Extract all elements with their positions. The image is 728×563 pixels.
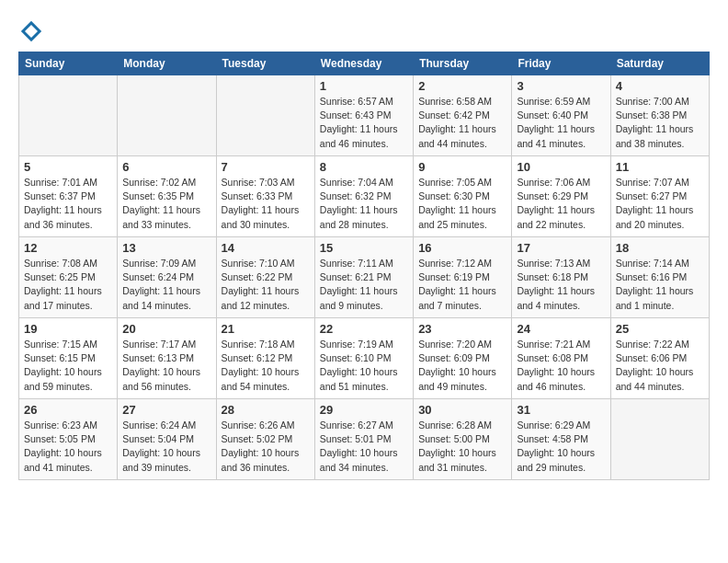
- week-row-2: 5Sunrise: 7:01 AM Sunset: 6:37 PM Daylig…: [19, 156, 710, 237]
- day-number: 30: [418, 403, 506, 417]
- calendar-cell: 25Sunrise: 7:22 AM Sunset: 6:06 PM Dayli…: [610, 318, 709, 399]
- day-number: 4: [616, 79, 704, 93]
- day-info: Sunrise: 6:27 AM Sunset: 5:01 PM Dayligh…: [320, 419, 408, 475]
- day-info: Sunrise: 7:17 AM Sunset: 6:13 PM Dayligh…: [122, 338, 210, 394]
- logo: [18, 18, 48, 44]
- day-info: Sunrise: 7:01 AM Sunset: 6:37 PM Dayligh…: [24, 176, 112, 232]
- calendar-cell: 22Sunrise: 7:19 AM Sunset: 6:10 PM Dayli…: [314, 318, 413, 399]
- day-number: 5: [24, 160, 112, 174]
- day-info: Sunrise: 6:24 AM Sunset: 5:04 PM Dayligh…: [122, 419, 210, 475]
- day-header-saturday: Saturday: [610, 52, 709, 75]
- calendar-cell: 28Sunrise: 6:26 AM Sunset: 5:02 PM Dayli…: [216, 399, 314, 480]
- day-info: Sunrise: 6:26 AM Sunset: 5:02 PM Dayligh…: [222, 419, 310, 475]
- day-number: 9: [418, 160, 506, 174]
- day-number: 16: [418, 241, 506, 255]
- calendar-cell: 30Sunrise: 6:28 AM Sunset: 5:00 PM Dayli…: [414, 399, 512, 480]
- day-number: 11: [616, 160, 704, 174]
- day-info: Sunrise: 7:18 AM Sunset: 6:12 PM Dayligh…: [222, 338, 310, 394]
- day-info: Sunrise: 7:11 AM Sunset: 6:21 PM Dayligh…: [320, 257, 408, 313]
- day-number: 13: [122, 241, 210, 255]
- week-row-4: 19Sunrise: 7:15 AM Sunset: 6:15 PM Dayli…: [19, 318, 710, 399]
- day-number: 21: [222, 322, 310, 336]
- day-number: 2: [418, 79, 506, 93]
- calendar-cell: [216, 75, 314, 156]
- day-number: 15: [320, 241, 408, 255]
- page-header: [18, 18, 710, 44]
- calendar-cell: 14Sunrise: 7:10 AM Sunset: 6:22 PM Dayli…: [216, 237, 314, 318]
- week-row-5: 26Sunrise: 6:23 AM Sunset: 5:05 PM Dayli…: [19, 399, 710, 480]
- day-info: Sunrise: 7:10 AM Sunset: 6:22 PM Dayligh…: [222, 257, 310, 313]
- calendar-cell: 11Sunrise: 7:07 AM Sunset: 6:27 PM Dayli…: [610, 156, 709, 237]
- day-info: Sunrise: 7:19 AM Sunset: 6:10 PM Dayligh…: [320, 338, 408, 394]
- day-info: Sunrise: 6:59 AM Sunset: 6:40 PM Dayligh…: [517, 95, 605, 151]
- calendar-cell: 10Sunrise: 7:06 AM Sunset: 6:29 PM Dayli…: [512, 156, 610, 237]
- day-number: 27: [122, 403, 210, 417]
- calendar-cell: 29Sunrise: 6:27 AM Sunset: 5:01 PM Dayli…: [314, 399, 413, 480]
- calendar-cell: [118, 75, 216, 156]
- day-info: Sunrise: 7:07 AM Sunset: 6:27 PM Dayligh…: [616, 176, 704, 232]
- calendar-cell: 9Sunrise: 7:05 AM Sunset: 6:30 PM Daylig…: [414, 156, 512, 237]
- day-info: Sunrise: 6:29 AM Sunset: 4:58 PM Dayligh…: [517, 419, 605, 475]
- day-info: Sunrise: 6:28 AM Sunset: 5:00 PM Dayligh…: [418, 419, 506, 475]
- day-number: 22: [320, 322, 408, 336]
- day-number: 10: [517, 160, 605, 174]
- calendar-cell: 12Sunrise: 7:08 AM Sunset: 6:25 PM Dayli…: [19, 237, 118, 318]
- calendar-cell: 24Sunrise: 7:21 AM Sunset: 6:08 PM Dayli…: [512, 318, 610, 399]
- day-number: 14: [222, 241, 310, 255]
- day-number: 23: [418, 322, 506, 336]
- day-header-tuesday: Tuesday: [216, 52, 314, 75]
- calendar-cell: 3Sunrise: 6:59 AM Sunset: 6:40 PM Daylig…: [512, 75, 610, 156]
- calendar-cell: 23Sunrise: 7:20 AM Sunset: 6:09 PM Dayli…: [414, 318, 512, 399]
- day-header-wednesday: Wednesday: [314, 52, 413, 75]
- day-info: Sunrise: 7:09 AM Sunset: 6:24 PM Dayligh…: [122, 257, 210, 313]
- day-number: 3: [517, 79, 605, 93]
- calendar-cell: 31Sunrise: 6:29 AM Sunset: 4:58 PM Dayli…: [512, 399, 610, 480]
- day-info: Sunrise: 7:02 AM Sunset: 6:35 PM Dayligh…: [122, 176, 210, 232]
- day-number: 26: [24, 403, 112, 417]
- day-info: Sunrise: 7:13 AM Sunset: 6:18 PM Dayligh…: [517, 257, 605, 313]
- week-row-1: 1Sunrise: 6:57 AM Sunset: 6:43 PM Daylig…: [19, 75, 710, 156]
- day-header-sunday: Sunday: [19, 52, 118, 75]
- calendar-cell: 1Sunrise: 6:57 AM Sunset: 6:43 PM Daylig…: [314, 75, 413, 156]
- day-info: Sunrise: 7:00 AM Sunset: 6:38 PM Dayligh…: [616, 95, 704, 151]
- day-number: 31: [517, 403, 605, 417]
- calendar-cell: 17Sunrise: 7:13 AM Sunset: 6:18 PM Dayli…: [512, 237, 610, 318]
- day-number: 24: [517, 322, 605, 336]
- calendar-cell: 4Sunrise: 7:00 AM Sunset: 6:38 PM Daylig…: [610, 75, 709, 156]
- day-number: 8: [320, 160, 408, 174]
- day-info: Sunrise: 7:08 AM Sunset: 6:25 PM Dayligh…: [24, 257, 112, 313]
- day-info: Sunrise: 7:06 AM Sunset: 6:29 PM Dayligh…: [517, 176, 605, 232]
- day-info: Sunrise: 7:15 AM Sunset: 6:15 PM Dayligh…: [24, 338, 112, 394]
- day-header-friday: Friday: [512, 52, 610, 75]
- calendar-cell: 2Sunrise: 6:58 AM Sunset: 6:42 PM Daylig…: [414, 75, 512, 156]
- day-info: Sunrise: 6:23 AM Sunset: 5:05 PM Dayligh…: [24, 419, 112, 475]
- day-header-thursday: Thursday: [414, 52, 512, 75]
- calendar-cell: 8Sunrise: 7:04 AM Sunset: 6:32 PM Daylig…: [314, 156, 413, 237]
- day-number: 19: [24, 322, 112, 336]
- calendar-cell: 20Sunrise: 7:17 AM Sunset: 6:13 PM Dayli…: [118, 318, 216, 399]
- header-row: SundayMondayTuesdayWednesdayThursdayFrid…: [19, 52, 710, 75]
- calendar-cell: 13Sunrise: 7:09 AM Sunset: 6:24 PM Dayli…: [118, 237, 216, 318]
- day-number: 7: [222, 160, 310, 174]
- day-info: Sunrise: 6:58 AM Sunset: 6:42 PM Dayligh…: [418, 95, 506, 151]
- day-info: Sunrise: 6:57 AM Sunset: 6:43 PM Dayligh…: [320, 95, 408, 151]
- day-info: Sunrise: 7:04 AM Sunset: 6:32 PM Dayligh…: [320, 176, 408, 232]
- calendar-cell: 18Sunrise: 7:14 AM Sunset: 6:16 PM Dayli…: [610, 237, 709, 318]
- calendar-cell: [19, 75, 118, 156]
- calendar-table: SundayMondayTuesdayWednesdayThursdayFrid…: [18, 52, 710, 480]
- calendar-cell: 15Sunrise: 7:11 AM Sunset: 6:21 PM Dayli…: [314, 237, 413, 318]
- calendar-cell: 6Sunrise: 7:02 AM Sunset: 6:35 PM Daylig…: [118, 156, 216, 237]
- calendar-cell: 7Sunrise: 7:03 AM Sunset: 6:33 PM Daylig…: [216, 156, 314, 237]
- calendar-cell: 27Sunrise: 6:24 AM Sunset: 5:04 PM Dayli…: [118, 399, 216, 480]
- calendar-cell: 26Sunrise: 6:23 AM Sunset: 5:05 PM Dayli…: [19, 399, 118, 480]
- logo-icon: [18, 18, 44, 44]
- day-info: Sunrise: 7:05 AM Sunset: 6:30 PM Dayligh…: [418, 176, 506, 232]
- day-info: Sunrise: 7:14 AM Sunset: 6:16 PM Dayligh…: [616, 257, 704, 313]
- week-row-3: 12Sunrise: 7:08 AM Sunset: 6:25 PM Dayli…: [19, 237, 710, 318]
- day-number: 1: [320, 79, 408, 93]
- calendar-cell: 21Sunrise: 7:18 AM Sunset: 6:12 PM Dayli…: [216, 318, 314, 399]
- day-info: Sunrise: 7:20 AM Sunset: 6:09 PM Dayligh…: [418, 338, 506, 394]
- day-header-monday: Monday: [118, 52, 216, 75]
- calendar-cell: [610, 399, 709, 480]
- day-number: 28: [222, 403, 310, 417]
